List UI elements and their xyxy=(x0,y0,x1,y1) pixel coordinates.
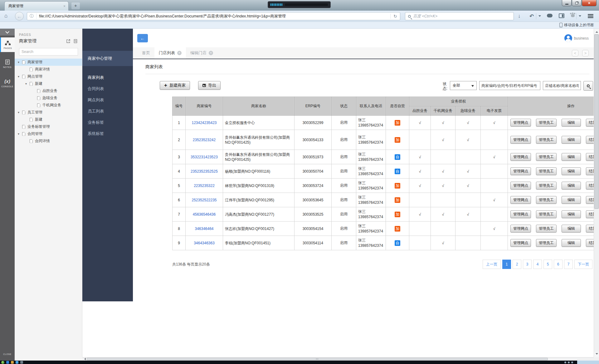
filter-search-button[interactable] xyxy=(583,81,593,91)
tree-item[interactable]: ▾网点管理 xyxy=(15,73,82,80)
sidebar-menu-item[interactable]: 业务标签 xyxy=(82,117,133,128)
page-button[interactable]: 1 xyxy=(502,260,511,269)
tree-item[interactable]: 新建 xyxy=(15,116,82,123)
merchant-code-link[interactable]: 3464346363 xyxy=(194,241,215,245)
open-external-icon[interactable] xyxy=(66,39,71,43)
expand-arrow-icon[interactable]: ▾ xyxy=(18,132,22,136)
rail-item-pages[interactable]: PAGES xyxy=(0,37,15,52)
tree-item[interactable]: 业务标签管理 xyxy=(15,123,82,130)
sidebar-menu-item[interactable]: 系统标签 xyxy=(82,128,133,139)
chat-icon[interactable] xyxy=(547,14,553,17)
edit-button[interactable]: 编辑 xyxy=(562,196,581,204)
tree-item[interactable]: 合同详情 xyxy=(15,137,82,145)
tab-scroll-right-button[interactable]: > xyxy=(582,50,589,56)
manage-staff-button[interactable]: 管理员工 xyxy=(536,239,557,247)
tree-item[interactable]: ▾商家管理 xyxy=(15,59,82,66)
tab-close-icon[interactable]: × xyxy=(209,51,213,55)
sync-pages-icon[interactable] xyxy=(73,39,78,43)
page-button[interactable]: 5 xyxy=(543,260,552,269)
export-button[interactable]: 导出 xyxy=(198,81,221,90)
history-icon[interactable]: ↶ xyxy=(529,13,534,20)
minimize-button[interactable] xyxy=(562,0,572,6)
url-bar[interactable]: ⓘ file:///C:/Users/Administrator/Desktop… xyxy=(27,12,400,20)
tray-icon[interactable] xyxy=(571,362,573,363)
tree-item[interactable]: 品胜业务 xyxy=(15,87,82,94)
tray-icon[interactable] xyxy=(568,362,570,363)
manage-stores-button[interactable]: 管理网点 xyxy=(510,182,531,189)
next-page-button[interactable]: 下一页 xyxy=(574,260,592,269)
manage-stores-button[interactable]: 管理网点 xyxy=(510,167,531,175)
back-icon[interactable]: ← xyxy=(15,12,24,21)
tray-icon[interactable] xyxy=(564,362,566,363)
manage-stores-button[interactable]: 管理网点 xyxy=(510,210,531,218)
manage-staff-button[interactable]: 管理员工 xyxy=(536,119,557,127)
taskbar-app-icon[interactable] xyxy=(16,361,18,364)
mobile-bookmarks[interactable]: 移动设备上的书签 xyxy=(559,22,594,28)
tree-item[interactable]: 急喵业务 xyxy=(15,94,82,102)
reload-icon[interactable]: ↻ xyxy=(390,14,400,19)
plugin-caret-icon[interactable] xyxy=(579,15,581,18)
browser-tab-close-icon[interactable]: × xyxy=(63,4,66,8)
expand-arrow-icon[interactable]: ▾ xyxy=(18,60,22,64)
scroll-left-arrow-icon[interactable] xyxy=(82,357,86,361)
tree-item[interactable]: 商家详情 xyxy=(15,66,82,73)
expand-arrow-icon[interactable]: ▾ xyxy=(18,75,22,78)
manage-stores-button[interactable]: 管理网点 xyxy=(510,239,531,247)
manage-staff-button[interactable]: 管理员工 xyxy=(536,196,557,204)
manage-staff-button[interactable]: 管理员工 xyxy=(536,167,557,175)
page-button[interactable]: 3 xyxy=(523,260,532,269)
manage-stores-button[interactable]: 管理网点 xyxy=(510,153,531,161)
rail-item-notes[interactable]: NOTES xyxy=(0,56,15,71)
tab-close-icon[interactable]: × xyxy=(177,51,182,55)
new-tab-button[interactable]: + xyxy=(71,2,80,9)
scroll-down-arrow-icon[interactable] xyxy=(594,352,599,357)
taskbar-app-icon[interactable] xyxy=(6,361,9,364)
page-button[interactable]: 2 xyxy=(513,260,521,269)
expand-arrow-icon[interactable]: ▾ xyxy=(25,82,30,85)
merchant-code-link[interactable]: 2352352352525 xyxy=(191,169,218,174)
tab-scroll-left-button[interactable]: < xyxy=(572,50,578,56)
app-back-button[interactable]: ← xyxy=(137,34,148,42)
sidebar-menu-item[interactable]: 员工列表 xyxy=(82,106,133,117)
edit-button[interactable]: 编辑 xyxy=(562,136,581,144)
edit-button[interactable]: 编辑 xyxy=(562,153,581,161)
rail-close-label[interactable]: CLOSE xyxy=(0,353,15,355)
merchant-code-link[interactable]: 252352522235 xyxy=(192,198,217,202)
pages-search-input[interactable] xyxy=(19,48,78,55)
search-box[interactable]: 百度 <Ctrl+K> xyxy=(405,12,514,20)
browser-tab[interactable]: 商家管理 × xyxy=(4,1,69,11)
expand-arrow-icon[interactable]: ▾ xyxy=(18,111,22,114)
home-icon[interactable]: ⌂ xyxy=(4,13,7,19)
tree-item[interactable]: 千机网业务 xyxy=(15,102,82,109)
merchant-code-link[interactable]: 2235235322 xyxy=(194,184,215,188)
prev-page-button[interactable]: 上一页 xyxy=(483,260,501,269)
plugin-icon[interactable] xyxy=(571,14,575,17)
sidebar-toggle-icon[interactable] xyxy=(559,13,564,18)
app-tab[interactable]: 门店列表× xyxy=(154,47,186,59)
status-select[interactable]: 全部 xyxy=(450,81,477,90)
manage-staff-button[interactable]: 管理员工 xyxy=(536,182,557,189)
manage-stores-button[interactable]: 管理网点 xyxy=(510,225,531,232)
vertical-scroll-thumb[interactable] xyxy=(594,34,599,209)
tree-item[interactable]: ▾合同管理 xyxy=(15,130,82,137)
sidebar-menu-item[interactable]: 合同列表 xyxy=(82,83,133,94)
system-tray[interactable] xyxy=(564,361,599,364)
page-button[interactable]: 6 xyxy=(554,260,562,269)
site-info-icon[interactable]: ⓘ xyxy=(27,13,37,19)
scroll-up-arrow-icon[interactable] xyxy=(594,29,599,34)
app-tab[interactable]: 首页 xyxy=(138,47,154,59)
start-orb-icon[interactable] xyxy=(1,361,4,364)
manage-stores-button[interactable]: 管理网点 xyxy=(510,136,531,144)
history-caret-icon[interactable] xyxy=(538,15,541,18)
rail-item-console[interactable]: (x) CONSOLE xyxy=(0,75,15,90)
titlebar-plugin-widget[interactable] xyxy=(268,1,331,8)
sidebar-menu-item[interactable]: 网点列表 xyxy=(82,94,133,106)
tree-item[interactable]: ▾新建 xyxy=(15,80,82,87)
edit-button[interactable]: 编辑 xyxy=(562,119,581,127)
downloads-icon[interactable]: ↓ xyxy=(518,13,521,19)
edit-button[interactable]: 编辑 xyxy=(562,239,581,247)
page-button[interactable]: 4 xyxy=(533,260,542,269)
page-button[interactable]: 7 xyxy=(564,260,573,269)
edit-button[interactable]: 编辑 xyxy=(562,167,581,175)
edit-button[interactable]: 编辑 xyxy=(562,182,581,189)
